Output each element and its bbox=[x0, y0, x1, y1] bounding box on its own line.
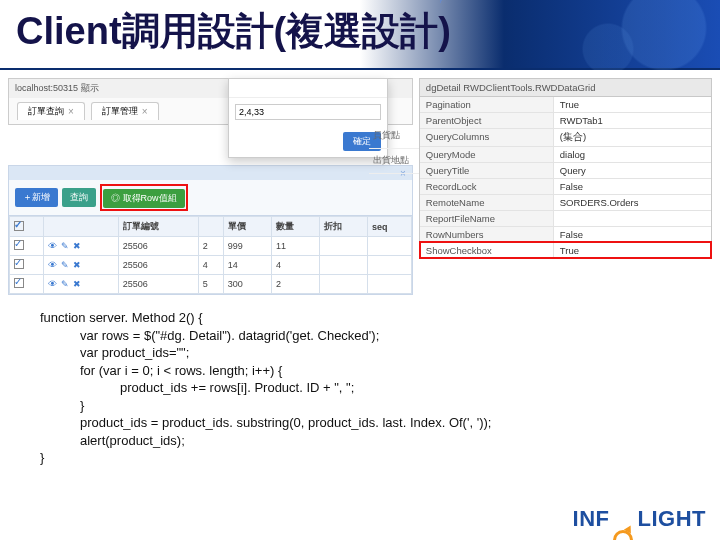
property-key: RemoteName bbox=[420, 195, 554, 210]
col-checkbox bbox=[10, 217, 44, 237]
cell-seq bbox=[368, 275, 412, 294]
table-row[interactable]: 👁✎✖255064144 bbox=[10, 256, 412, 275]
property-row[interactable]: RowNumbersFalse bbox=[420, 226, 711, 242]
content-row: localhost:50315 顯示 訂單查詢 × 訂單管理 × 確定 員貨點 bbox=[0, 70, 720, 299]
tab-order-query[interactable]: 訂單查詢 × bbox=[17, 102, 85, 120]
property-value: True bbox=[554, 243, 711, 258]
screenshot-left: localhost:50315 顯示 訂單查詢 × 訂單管理 × 確定 員貨點 bbox=[8, 78, 413, 295]
pencil-icon: ✎ bbox=[61, 260, 69, 270]
property-row[interactable]: QueryColumns(集合) bbox=[420, 128, 711, 146]
property-value: dialog bbox=[554, 147, 711, 162]
row-actions[interactable]: 👁✎✖ bbox=[48, 241, 81, 251]
x-icon: ✖ bbox=[73, 241, 81, 251]
eye-icon: 👁 bbox=[48, 241, 57, 251]
close-icon[interactable]: × bbox=[142, 106, 148, 117]
property-key: QueryColumns bbox=[420, 129, 554, 146]
property-key: QueryMode bbox=[420, 147, 554, 162]
property-row[interactable]: QueryTitleQuery bbox=[420, 162, 711, 178]
checkbox-icon[interactable] bbox=[14, 278, 24, 288]
x-icon: ✖ bbox=[73, 260, 81, 270]
brand-logo: INFLIGHT bbox=[573, 506, 706, 532]
cell-order-id: 25506 bbox=[118, 256, 198, 275]
code-line: product_ids = product_ids. substring(0, … bbox=[40, 414, 680, 432]
property-value: False bbox=[554, 227, 711, 242]
prompt-input[interactable] bbox=[235, 104, 381, 120]
code-line: var rows = $("#dg. Detail"). datagrid('g… bbox=[40, 327, 680, 345]
property-panel: dgDetail RWDClientTools.RWDDataGrid Pagi… bbox=[419, 78, 712, 295]
property-row[interactable]: PaginationTrue bbox=[420, 97, 711, 112]
code-line: product_ids += rows[i]. Product. ID + ",… bbox=[40, 379, 680, 397]
get-row-values-button[interactable]: ◎ 取得Row值組 bbox=[103, 189, 185, 208]
col-order-id: 訂單編號 bbox=[118, 217, 198, 237]
add-button[interactable]: ＋新增 bbox=[15, 188, 58, 207]
code-line: } bbox=[40, 397, 680, 415]
property-row[interactable]: RecordLockFalse bbox=[420, 178, 711, 194]
cell-discount bbox=[320, 275, 368, 294]
code-line: var product_ids=""; bbox=[40, 344, 680, 362]
property-value bbox=[554, 211, 711, 226]
datagrid-modal: × ＋新增 查詢 ◎ 取得Row值組 訂單編號 單價 數量 bbox=[8, 165, 413, 295]
property-key: ParentObject bbox=[420, 113, 554, 128]
cell-discount bbox=[320, 237, 368, 256]
property-value: SORDERS.Orders bbox=[554, 195, 711, 210]
pencil-icon: ✎ bbox=[61, 279, 69, 289]
property-grid: dgDetail RWDClientTools.RWDDataGrid Pagi… bbox=[419, 78, 712, 259]
query-button[interactable]: 查詢 bbox=[62, 188, 96, 207]
checkbox-icon[interactable] bbox=[14, 259, 24, 269]
col-qty: 數量 bbox=[271, 217, 319, 237]
property-row[interactable]: RemoteNameSORDERS.Orders bbox=[420, 194, 711, 210]
code-line: } bbox=[40, 450, 44, 465]
property-value: True bbox=[554, 97, 711, 112]
property-key: ReportFileName bbox=[420, 211, 554, 226]
code-snippet: function server. Method 2() { var rows =… bbox=[0, 299, 720, 475]
tab-label: 訂單管理 bbox=[102, 105, 138, 118]
property-row[interactable]: ReportFileName bbox=[420, 210, 711, 226]
property-row[interactable]: ShowCheckboxTrue bbox=[420, 242, 711, 258]
cell-c4: 2 bbox=[198, 237, 223, 256]
eye-icon: 👁 bbox=[48, 279, 57, 289]
checkbox-icon[interactable] bbox=[14, 221, 24, 231]
background-grid-headers: 員貨點 出貨地點 bbox=[369, 124, 419, 174]
property-value: Query bbox=[554, 163, 711, 178]
property-value: RWDTab1 bbox=[554, 113, 711, 128]
cell-c4: 4 bbox=[198, 256, 223, 275]
table-row[interactable]: 👁✎✖25506299911 bbox=[10, 237, 412, 256]
datagrid-table: 訂單編號 單價 數量 折扣 seq 👁✎✖25506299911👁✎✖25506… bbox=[9, 216, 412, 294]
brand-part-b: LIGHT bbox=[638, 506, 707, 531]
row-actions[interactable]: 👁✎✖ bbox=[48, 260, 81, 270]
property-row[interactable]: ParentObjectRWDTab1 bbox=[420, 112, 711, 128]
cell-seq bbox=[368, 237, 412, 256]
code-line: alert(product_ids); bbox=[40, 432, 680, 450]
dialog-footer: 確定 bbox=[229, 126, 387, 157]
slide-header: Client調用設計(複選設計) bbox=[0, 0, 720, 70]
property-row[interactable]: QueryModedialog bbox=[420, 146, 711, 162]
datagrid-modal-head: × bbox=[9, 166, 412, 180]
property-key: Pagination bbox=[420, 97, 554, 112]
code-line: for (var i = 0; i < rows. length; i++) { bbox=[40, 362, 680, 380]
col-actions bbox=[43, 217, 118, 237]
bg-col: 員貨點 bbox=[369, 124, 419, 149]
cell-seq bbox=[368, 256, 412, 275]
browser-url: localhost:50315 顯示 bbox=[15, 82, 99, 95]
table-row[interactable]: 👁✎✖2550653002 bbox=[10, 275, 412, 294]
col-price: 單價 bbox=[223, 217, 271, 237]
property-key: RecordLock bbox=[420, 179, 554, 194]
bg-col: 出貨地點 bbox=[369, 149, 419, 174]
checkbox-icon[interactable] bbox=[14, 240, 24, 250]
pencil-icon: ✎ bbox=[61, 241, 69, 251]
cell-qty: 2 bbox=[271, 275, 319, 294]
row-actions[interactable]: 👁✎✖ bbox=[48, 279, 81, 289]
cell-price: 300 bbox=[223, 275, 271, 294]
highlight-box-method: ◎ 取得Row值組 bbox=[100, 184, 188, 211]
property-key: QueryTitle bbox=[420, 163, 554, 178]
col-discount: 折扣 bbox=[320, 217, 368, 237]
property-key: ShowCheckbox bbox=[420, 243, 554, 258]
cell-discount bbox=[320, 256, 368, 275]
close-icon[interactable]: × bbox=[68, 106, 74, 117]
eye-icon: 👁 bbox=[48, 260, 57, 270]
col-blank bbox=[198, 217, 223, 237]
datagrid-toolbar: ＋新增 查詢 ◎ 取得Row值組 bbox=[9, 180, 412, 216]
slide-title: Client調用設計(複選設計) bbox=[16, 6, 451, 57]
header-decoration bbox=[440, 0, 720, 70]
tab-order-manage[interactable]: 訂單管理 × bbox=[91, 102, 159, 120]
